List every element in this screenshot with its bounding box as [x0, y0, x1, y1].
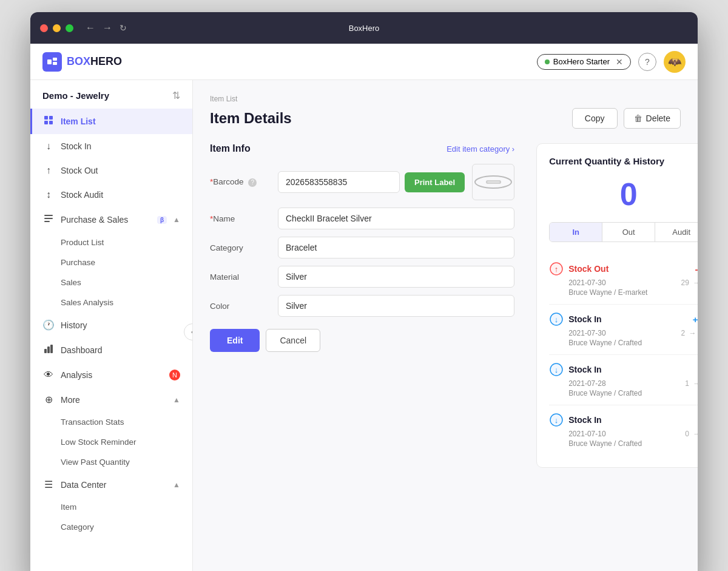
sidebar-item-stock-audit[interactable]: ↕ Stock Audit: [30, 183, 192, 207]
form-column: Item Info Edit item category *Barcode ? …: [210, 143, 514, 482]
svg-text:↓: ↓: [554, 416, 559, 425]
help-button[interactable]: ?: [638, 53, 656, 71]
sidebar-subitem-item[interactable]: Item: [30, 497, 192, 517]
entry-type: Stock Out: [568, 264, 690, 274]
titlebar: ← → ↻ BoxHero: [30, 12, 698, 44]
svg-rect-4: [49, 116, 53, 120]
svg-rect-12: [50, 345, 53, 353]
svg-rect-7: [44, 215, 53, 216]
close-button[interactable]: [40, 24, 48, 32]
sidebar-item-item-list[interactable]: Item List: [30, 109, 192, 134]
sidebar-item-more[interactable]: ⊕ More ▲: [30, 387, 192, 412]
material-input[interactable]: [278, 266, 514, 288]
svg-rect-1: [53, 58, 57, 61]
entry-type: Stock In: [568, 415, 693, 425]
color-label: Color: [210, 302, 271, 311]
entry-person: Bruce Wayne / Crafted: [549, 339, 698, 347]
back-button[interactable]: ←: [86, 22, 95, 33]
breadcrumb: Item List: [210, 95, 681, 103]
svg-rect-3: [44, 116, 48, 120]
entry-type: Stock In: [568, 314, 688, 324]
entry-type: Stock In: [568, 365, 693, 374]
sidebar-subitem-past-quantity[interactable]: View Past Quantity: [30, 452, 192, 472]
print-label-button[interactable]: Print Label: [405, 172, 465, 192]
sidebar-subitem-sales[interactable]: Sales: [30, 272, 192, 292]
stock-in-icon: ↓: [549, 312, 564, 326]
sidebar-label: Stock In: [61, 141, 180, 151]
edit-category-link[interactable]: Edit item category: [447, 144, 514, 154]
chevron-up-icon: ▲: [173, 396, 180, 404]
tab-out[interactable]: Out: [602, 223, 655, 242]
plan-close-button[interactable]: ✕: [616, 57, 623, 67]
svg-text:↑: ↑: [554, 265, 559, 274]
logo: BOXHERO: [42, 52, 122, 72]
category-row: Category: [210, 237, 514, 258]
sidebar-subitem-sales-analysis[interactable]: Sales Analysis: [30, 292, 192, 313]
content-columns: Item Info Edit item category *Barcode ? …: [210, 143, 681, 482]
entry-amount: -29: [695, 264, 698, 274]
data-center-submenu: Item Category: [30, 497, 192, 537]
entry-detail: 2021-07-10 0 → 1: [549, 430, 698, 438]
sidebar-subitem-product-list[interactable]: Product List: [30, 232, 192, 252]
entry-detail: 2021-07-30 29 → 0: [549, 279, 698, 287]
form-actions: Edit Cancel: [210, 329, 514, 352]
sidebar-label: Data Center: [61, 480, 167, 490]
history-entry-4: ↓ Stock In +1 2021-07-10 0 → 1: [549, 405, 698, 455]
sidebar-item-stock-in[interactable]: ↓ Stock In: [30, 134, 192, 158]
purchase-sales-submenu: Product List Purchase Sales Sales Analys…: [30, 232, 192, 313]
sidebar-item-stock-out[interactable]: ↑ Stock Out: [30, 158, 192, 183]
sidebar-item-data-center[interactable]: ☰ Data Center ▲: [30, 472, 192, 497]
tab-group: In Out Audit: [549, 222, 698, 242]
sidebar-label: Item List: [61, 117, 180, 126]
entry-header: ↓ Stock In +1: [549, 362, 698, 377]
name-input[interactable]: [278, 208, 514, 229]
refresh-button[interactable]: ↻: [120, 23, 127, 33]
sidebar-item-dashboard[interactable]: Dashboard: [30, 337, 192, 363]
barcode-info-icon[interactable]: ?: [248, 178, 257, 187]
header-right: BoxHero Starter ✕ ? 🦇: [537, 51, 686, 73]
entry-person: Bruce Wayne / E-market: [549, 288, 698, 297]
sidebar-label: Dashboard: [61, 345, 180, 355]
section-header: Item Info Edit item category: [210, 143, 514, 154]
sidebar-label: Purchase & Sales: [61, 215, 151, 225]
entry-detail: 2021-07-28 1 → 2: [549, 379, 698, 388]
svg-rect-0: [47, 59, 52, 64]
cancel-button[interactable]: Cancel: [266, 329, 320, 352]
sort-icon[interactable]: ⇅: [172, 90, 180, 101]
entry-flow: 1 → 2: [685, 379, 698, 388]
edit-button[interactable]: Edit: [210, 329, 260, 352]
barcode-input[interactable]: [278, 171, 400, 193]
user-avatar[interactable]: 🦇: [664, 51, 686, 73]
sidebar-label: Stock Out: [61, 166, 180, 175]
logo-text: BOXHERO: [67, 55, 122, 68]
tab-in[interactable]: In: [550, 223, 602, 242]
stock-in-icon: ↓: [549, 413, 564, 427]
sidebar-item-purchase-sales[interactable]: Purchase & Sales β ▲: [30, 207, 192, 232]
forward-button[interactable]: →: [103, 22, 112, 33]
svg-text:↓: ↓: [554, 365, 559, 374]
app-header: BOXHERO BoxHero Starter ✕ ? 🦇: [30, 44, 698, 80]
history-icon: 🕐: [42, 319, 55, 331]
tab-audit[interactable]: Audit: [655, 223, 698, 242]
entry-flow: 2 → 29: [681, 329, 698, 337]
delete-button[interactable]: 🗑 Delete: [624, 108, 681, 129]
material-row: Material: [210, 266, 514, 288]
name-row: *Name: [210, 208, 514, 229]
category-input[interactable]: [278, 237, 514, 258]
minimize-button[interactable]: [53, 24, 61, 32]
chevron-up-icon: ▲: [173, 215, 180, 224]
sidebar-item-history[interactable]: 🕐 History: [30, 313, 192, 337]
sidebar-subitem-transaction-stats[interactable]: Transaction Stats: [30, 412, 192, 432]
sidebar-item-analysis[interactable]: 👁 Analysis N: [30, 363, 192, 387]
history-title: Current Quantity & History: [549, 156, 698, 166]
sidebar-subitem-low-stock[interactable]: Low Stock Reminder: [30, 432, 192, 452]
copy-button[interactable]: Copy: [572, 108, 618, 129]
data-center-icon: ☰: [42, 479, 55, 490]
maximize-button[interactable]: [66, 24, 73, 32]
sidebar-subitem-purchase[interactable]: Purchase: [30, 252, 192, 272]
barcode-row: *Barcode ? Print Label: [210, 164, 514, 200]
color-input[interactable]: [278, 295, 514, 317]
sidebar-subitem-category[interactable]: Category: [30, 517, 192, 537]
more-icon: ⊕: [42, 394, 55, 405]
analysis-icon: 👁: [42, 370, 55, 380]
